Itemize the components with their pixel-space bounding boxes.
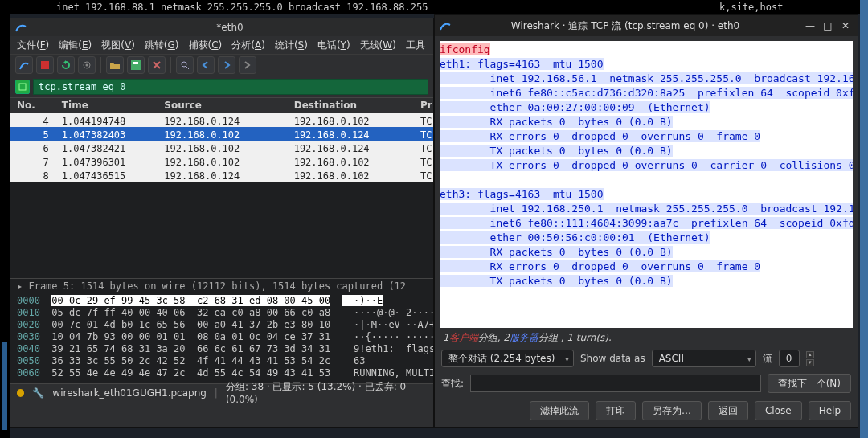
menu-item[interactable]: 分析(A) — [231, 39, 265, 52]
svg-rect-4 — [133, 62, 138, 64]
background-terminal-right: k,site,host — [687, 0, 868, 14]
packet-list-header[interactable]: No. Time Source Destination Pr — [10, 97, 433, 113]
stream-spinner[interactable]: ▴▾ — [806, 351, 814, 366]
packet-row[interactable]: 41.044194748192.168.0.124192.168.0.102TC — [10, 113, 433, 127]
col-no[interactable]: No. — [10, 98, 55, 113]
stream-line[interactable]: TX packets 0 bytes 0 (0.0 B) — [440, 144, 853, 158]
stream-line[interactable]: TX packets 0 bytes 0 (0.0 B) — [440, 274, 853, 289]
menu-item[interactable]: 无线(W) — [360, 39, 396, 52]
toolbar-save[interactable] — [127, 56, 145, 74]
packet-details-pane[interactable]: ▸ Frame 5: 1514 bytes on wire (12112 bit… — [10, 278, 433, 293]
stream-line[interactable]: eth3: flags=4163 mtu 1500 — [440, 187, 853, 202]
toolbar-prev[interactable] — [197, 56, 215, 74]
menu-item[interactable]: 工具 — [406, 39, 425, 52]
main-menubar[interactable]: 文件(F)编辑(E)视图(V)跳转(G)捕获(C)分析(A)统计(S)电话(Y)… — [10, 36, 433, 54]
follow-find-row: 查找: 查找下一个(N) — [435, 370, 858, 396]
svg-rect-3 — [131, 60, 141, 70]
col-time[interactable]: Time — [55, 98, 158, 113]
packet-row[interactable]: 81.047436515192.168.0.124192.168.0.102TC — [10, 168, 433, 182]
toolbar-next[interactable] — [218, 56, 235, 74]
hex-row[interactable]: 0050 36 33 3c 55 50 2c 42 52 4f 41 44 43… — [17, 355, 427, 367]
toolbar-find[interactable] — [176, 56, 194, 74]
wireshark-icon — [440, 20, 451, 31]
packet-row[interactable]: 61.047382421192.168.0.102192.168.0.124TC — [10, 141, 433, 154]
stream-number-input[interactable]: 0 — [779, 350, 800, 367]
hex-row[interactable]: 0060 52 55 4e 4e 49 4e 47 2c 4d 55 4c 54… — [17, 367, 427, 379]
toolbar-start-capture[interactable] — [15, 56, 33, 74]
svg-point-2 — [86, 64, 88, 67]
stream-line[interactable]: ether 0a:00:27:00:00:09 (Ethernet) — [440, 100, 853, 115]
dialog-button[interactable]: 滤掉此流 — [530, 401, 589, 420]
stream-line[interactable]: RX errors 0 dropped 0 overruns 0 frame 0 — [440, 260, 853, 274]
col-protocol[interactable]: Pr — [414, 98, 433, 113]
find-label: 查找: — [441, 377, 464, 391]
hex-row[interactable]: 0020 00 7c 01 4d b0 1c 65 56 00 a0 41 37… — [17, 319, 427, 331]
stream-line[interactable]: eth1: flags=4163 mtu 1500 — [440, 57, 853, 72]
menu-item[interactable]: 捕获(C) — [189, 39, 223, 52]
follow-titlebar[interactable]: Wireshark · 追踪 TCP 流 (tcp.stream eq 0) ·… — [435, 15, 858, 36]
stream-label: 流 — [763, 352, 772, 366]
conversation-select[interactable]: 整个对话 (2,254 bytes) — [441, 350, 574, 367]
main-toolbar[interactable] — [10, 54, 433, 76]
packet-row[interactable]: 71.047396301192.168.0.102192.168.0.102TC — [10, 154, 433, 168]
stream-line[interactable]: RX errors 0 dropped 0 overruns 0 frame 0 — [440, 129, 853, 144]
toolbar-open[interactable] — [106, 56, 124, 74]
maximize-icon[interactable]: □ — [821, 18, 835, 33]
stream-content[interactable]: ifconfigeth1: flags=4163 mtu 1500 inet 1… — [440, 41, 853, 328]
toolbar-restart[interactable] — [57, 56, 75, 74]
expert-info-icon[interactable] — [17, 389, 24, 397]
desktop-edge-left — [0, 0, 10, 438]
main-titlebar[interactable]: *eth0 — [10, 18, 433, 36]
svg-rect-0 — [41, 61, 49, 69]
dialog-button[interactable]: 返回 — [708, 401, 748, 420]
find-input[interactable] — [470, 375, 761, 392]
menu-item[interactable]: 编辑(E) — [59, 39, 92, 52]
toolbar-close[interactable] — [148, 56, 166, 74]
menu-item[interactable]: 视图(V) — [101, 39, 135, 52]
main-statusbar: 🔧 wireshark_eth01GUGH1.pcapng | 分组: 38 ·… — [10, 383, 433, 401]
svg-rect-6 — [19, 84, 26, 90]
close-icon[interactable]: ✕ — [838, 18, 853, 33]
packet-bytes-pane[interactable]: 0000 00 0c 29 ef 99 45 3c 58 c2 68 31 ed… — [10, 293, 433, 383]
menu-item[interactable]: 电话(Y) — [317, 39, 350, 52]
filter-bookmark-icon[interactable] — [15, 80, 30, 94]
dialog-button[interactable]: 另存为… — [642, 401, 702, 420]
encoding-select[interactable]: ASCII — [652, 350, 756, 367]
stream-line[interactable] — [440, 173, 853, 187]
stream-line[interactable]: inet6 fe80::c5ac:d736:d320:8a25 prefixle… — [440, 86, 853, 100]
dialog-button[interactable]: 打印 — [596, 401, 636, 420]
main-title: *eth0 — [31, 22, 428, 33]
hex-row[interactable]: 0030 10 04 7b 93 00 00 01 01 08 0a 01 0c… — [17, 331, 427, 343]
stream-line[interactable]: inet 192.168.56.1 netmask 255.255.255.0 … — [440, 72, 853, 86]
menu-item[interactable]: 跳转(G) — [145, 39, 179, 52]
follow-tcp-window: Wireshark · 追踪 TCP 流 (tcp.stream eq 0) ·… — [434, 14, 858, 428]
hex-row[interactable]: 0000 00 0c 29 ef 99 45 3c 58 c2 68 31 ed… — [17, 295, 427, 307]
toolbar-options[interactable] — [78, 56, 96, 74]
minimize-icon[interactable]: — — [803, 18, 817, 33]
stream-line[interactable]: inet6 fe80::111:4604:3099:aa7c prefixlen… — [440, 216, 853, 231]
desktop-edge-right — [860, 0, 868, 438]
toolbar-stop-capture[interactable] — [36, 56, 54, 74]
stream-line[interactable]: RX packets 0 bytes 0 (0.0 B) — [440, 115, 853, 129]
display-filter-input[interactable] — [33, 79, 428, 95]
dialog-button[interactable]: Help — [809, 401, 851, 420]
packet-list-pane[interactable]: No. Time Source Destination Pr 41.044194… — [10, 97, 433, 182]
stream-line[interactable]: RX packets 0 bytes 0 (0.0 B) — [440, 245, 853, 260]
stream-line[interactable]: inet 192.168.250.1 netmask 255.255.255.0… — [440, 202, 853, 216]
hex-row[interactable]: 0040 39 21 65 74 68 31 3a 20 66 6c 61 67… — [17, 343, 427, 355]
packet-row[interactable]: 51.047382403192.168.0.102192.168.0.124TC — [10, 127, 433, 141]
toolbar-goto[interactable] — [239, 56, 256, 74]
menu-item[interactable]: 统计(S) — [275, 39, 308, 52]
find-next-button[interactable]: 查找下一个(N) — [768, 374, 851, 393]
hex-row[interactable]: 0010 05 dc 7f ff 40 00 40 06 32 ea c0 a8… — [17, 307, 427, 319]
col-source[interactable]: Source — [158, 98, 287, 113]
col-destination[interactable]: Destination — [288, 98, 414, 113]
statusbar-file: wireshark_eth01GUGH1.pcapng — [52, 387, 207, 399]
stream-line[interactable]: ether 00:50:56:c0:00:01 (Ethernet) — [440, 231, 853, 245]
follow-button-row: 滤掉此流打印另存为…返回CloseHelp — [435, 396, 858, 427]
wireshark-main-window: *eth0 文件(F)编辑(E)视图(V)跳转(G)捕获(C)分析(A)统计(S… — [10, 18, 434, 428]
menu-item[interactable]: 文件(F) — [17, 39, 49, 52]
stream-line[interactable]: TX errors 0 dropped 0 overruns 0 carrier… — [440, 158, 853, 173]
dialog-button[interactable]: Close — [755, 401, 802, 420]
statusbar-profile-icon[interactable]: 🔧 — [32, 387, 44, 399]
